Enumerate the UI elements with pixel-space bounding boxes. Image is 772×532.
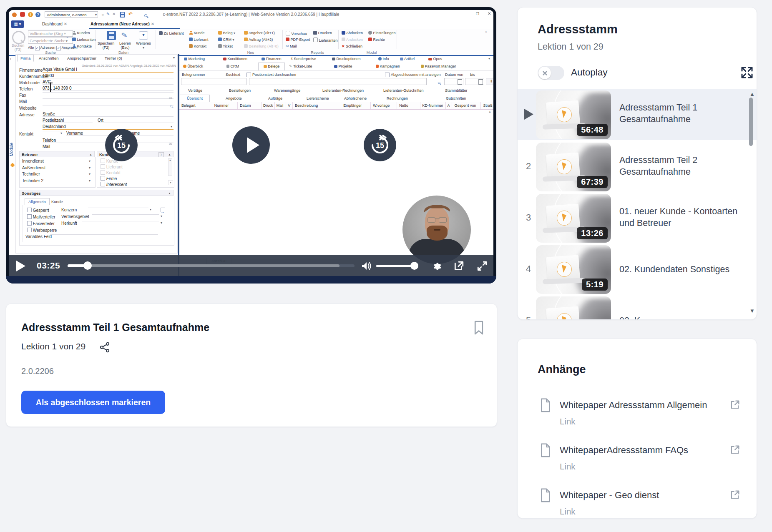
tab-druckoptionen: Druckoptionen — [332, 57, 361, 61]
playlist-card: Adressstamm Lektion 1 von 29 Autoplay 56… — [517, 7, 757, 320]
playlist-scrollbar-thumb[interactable] — [749, 98, 753, 146]
andocken-button: Andocken — [342, 38, 363, 42]
playlist-item-number: 2 — [523, 161, 534, 172]
suche-checkboxes: Alle ✓ Adressen ✓ Ansprech. — [28, 45, 78, 50]
label-adresse: Adresse — [19, 113, 35, 117]
label-herkunft: Herkunft — [61, 221, 77, 226]
progress-bar[interactable] — [68, 264, 355, 267]
bookmark-icon[interactable] — [473, 320, 485, 336]
tab-finanzen: Finanzen — [262, 57, 282, 61]
col-belegart: Belegart — [179, 102, 212, 109]
duration-badge: 67:39 — [577, 176, 608, 188]
panel-tabs-overflow-icon: ▾ — [488, 57, 490, 60]
playlist-item-2[interactable]: 2 67:39 Adressstamm Teil 2 Gesamtaufnahm… — [518, 143, 757, 191]
playlist-item-number: 5 — [523, 315, 534, 320]
external-link-icon[interactable] — [729, 489, 741, 501]
external-link-icon[interactable] — [729, 444, 741, 456]
positionstext-checkbox — [246, 73, 251, 77]
label-webseite: Webseite — [19, 106, 37, 110]
tab-marketing: Marketing — [184, 57, 205, 61]
value-firmenname: Aqua Vitale GmbH — [43, 67, 174, 73]
suchtext-search-icon — [438, 82, 441, 85]
beleg-button: Beleg ▾ — [218, 31, 235, 35]
pip-share-icon[interactable] — [453, 261, 464, 271]
table-header: Belegart Nummer Datum Druck Mail V Besch… — [179, 102, 493, 110]
value-variables-feld — [50, 234, 158, 235]
gespeicherte-suche-input: Gespeicherte Suche▾ — [28, 38, 73, 44]
group-caption-reports: Reports — [297, 50, 338, 55]
col-wvorlage: W.vorlage — [371, 102, 397, 109]
form-tab-firma: Firma — [17, 55, 34, 62]
autoplay-toggle-knob — [538, 67, 551, 79]
abgeschlossene-checkbox — [385, 73, 390, 77]
tab-crm: CRM — [226, 64, 239, 68]
external-link-icon[interactable] — [729, 399, 741, 411]
playlist-thumbnail: 56:48 — [536, 90, 611, 139]
playlist-item-4[interactable]: 4 5:19 02. Kundendaten Sonstiges — [518, 245, 757, 294]
duration-badge: 13:26 — [577, 227, 608, 239]
calendar-icon-bis — [478, 79, 483, 85]
presenter-glasses — [427, 217, 447, 222]
tab-projekte: Projekte — [334, 64, 352, 68]
attachment-link[interactable]: Whitepaper Adressstamm Allgemein — [560, 400, 707, 411]
kontoart-firma: Firma — [101, 176, 117, 181]
volume-icon[interactable] — [361, 261, 372, 271]
playlist-scroll-down-icon[interactable]: ▼ — [749, 308, 755, 314]
label-fax: Fax — [19, 93, 26, 98]
playlist-thumbnail: 67:39 — [536, 143, 611, 191]
weiteres-button: Weiteres▾ — [134, 41, 153, 50]
value-vertriebsgebiet — [92, 214, 159, 215]
col-a: A — [446, 102, 453, 109]
playlist-item-title: 03. K — [619, 315, 744, 320]
col-gesperrt-von: Gesperrt von — [452, 102, 481, 109]
suchtext-input — [249, 78, 427, 85]
fullscreen-icon[interactable] — [477, 261, 488, 271]
leeren-button: Leeren(Esc) — [116, 41, 135, 50]
playlist-item-number: 4 — [523, 263, 534, 274]
angebot-button: Angebot (Alt+1) — [244, 31, 275, 35]
value-ort: Ort — [98, 118, 174, 123]
konzern-checkbox — [161, 208, 165, 212]
kontoart-interessent: Interessent — [101, 182, 127, 187]
value-strasse: Straße — [43, 112, 174, 117]
tab-info: Info — [378, 57, 389, 61]
lesson-progress: Lektion 1 von 29 — [21, 341, 85, 351]
play-overlay-icon — [247, 137, 259, 153]
lieferanten-button: Lieferanten — [72, 38, 96, 42]
playlist-scroll-up-icon[interactable]: ▲ — [749, 91, 755, 97]
skip-back-15-button[interactable]: 15 — [105, 129, 138, 161]
lesson-title: Adressstamm Teil 1 Gesamtaufnahme — [21, 321, 209, 334]
playlist-item-1[interactable]: 56:48 Adressstamm Teil 1 Gesamtaufnahme — [518, 89, 757, 140]
subtab-vertraege: Verträge — [188, 88, 202, 93]
tab-belege-active: Belege — [258, 63, 285, 71]
skip-forward-15-button[interactable]: 15 — [364, 129, 396, 161]
play-button[interactable] — [16, 261, 25, 271]
ribbon-collapse-icon: ˄ — [485, 30, 487, 34]
share-icon[interactable] — [99, 341, 111, 353]
module-vertical-label: Module — [9, 143, 14, 156]
panel-splitter — [178, 54, 179, 277]
now-playing-icon — [524, 109, 533, 120]
settings-gear-icon[interactable] — [431, 261, 442, 271]
attachment-link[interactable]: WhitepaperAdressstamm FAQs — [560, 445, 688, 456]
col-strasse: Straß — [481, 102, 493, 109]
autoplay-toggle[interactable] — [538, 66, 564, 80]
col-mail: Mail — [275, 102, 287, 109]
play-overlay-button[interactable] — [232, 126, 270, 164]
sonstiges-tab-allgemein: Allgemein — [25, 198, 50, 205]
mark-complete-button[interactable]: Als abgeschlossen markieren — [21, 391, 165, 414]
attachment-link[interactable]: Whitepaper - Geo dienst — [560, 490, 659, 501]
playlist-item-3[interactable]: 3 13:26 01. neuer Kunde - Kontoarten und… — [518, 194, 757, 243]
volume-handle[interactable] — [410, 262, 418, 270]
video-player[interactable]: ! ? Administrator, c-entron...▾ ＋ ✎ ✕ ↶ … — [6, 7, 496, 284]
check-mailverteiler: Mailverteiler — [27, 214, 55, 219]
land-dropdown-icon: ▾ — [171, 125, 172, 128]
volume-slider[interactable] — [376, 265, 416, 267]
col-netto: Netto — [397, 102, 420, 109]
crm-button: CRM ▾ — [218, 38, 234, 42]
leeren-icon: ✎ — [121, 30, 128, 40]
progress-handle[interactable] — [83, 261, 92, 270]
playlist-item-5[interactable]: 5 03. K — [518, 296, 757, 320]
expand-playlist-icon[interactable] — [740, 66, 754, 79]
subtab-bestellungen: Bestellungen — [229, 88, 251, 93]
